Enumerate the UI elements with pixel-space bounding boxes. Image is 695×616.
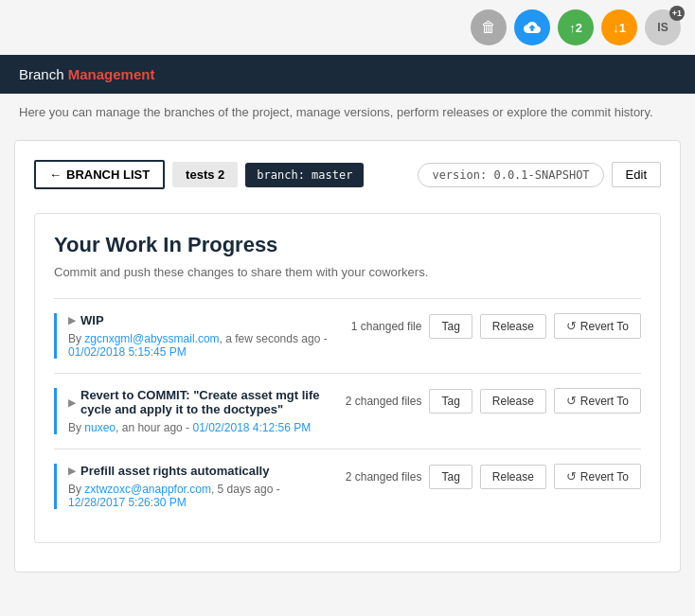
- top-toolbar: 🗑 ↑2 ↓1 IS +1: [0, 0, 695, 55]
- changed-files-3: 2 changed files: [346, 470, 422, 484]
- commit-row-2: Revert to COMMIT: "Create asset mgt life…: [54, 373, 641, 449]
- branch-list-button[interactable]: BRANCH LIST: [34, 160, 165, 189]
- user-button[interactable]: IS +1: [645, 9, 681, 45]
- release-button-1[interactable]: Release: [480, 314, 546, 339]
- main-card: BRANCH LIST tests 2 branch: master versi…: [14, 140, 681, 572]
- revert-icon-2: ↺: [566, 394, 577, 408]
- revert-label-3: Revert To: [580, 470, 629, 484]
- commit-title-3[interactable]: Prefill asset rights automatically: [68, 464, 331, 478]
- branch-code: branch: master: [245, 163, 364, 187]
- nav-row: BRANCH LIST tests 2 branch: master versi…: [34, 160, 661, 189]
- edit-button[interactable]: Edit: [612, 162, 661, 187]
- version-info: version: 0.0.1-SNAPSHOT Edit: [418, 162, 661, 187]
- down-count-label: ↓1: [613, 21, 626, 35]
- revert-button-1[interactable]: ↺ Revert To: [554, 313, 641, 339]
- commit-time-2: an hour ago: [122, 421, 183, 434]
- tag-button-1[interactable]: Tag: [429, 314, 472, 339]
- commit-left-1: WIP By zgcnxgml@abyssmail.com, a few sec…: [54, 313, 337, 359]
- upload-button[interactable]: [514, 9, 550, 45]
- commit-actions-2: 2 changed files Tag Release ↺ Revert To: [346, 388, 641, 414]
- wip-section: Your Work In Progress Commit and push th…: [34, 213, 661, 543]
- release-button-2[interactable]: Release: [480, 389, 546, 414]
- commit-author-3[interactable]: zxtwzoxc@anappfor.com: [84, 483, 211, 496]
- trash-button[interactable]: 🗑: [471, 9, 507, 45]
- revert-label-2: Revert To: [580, 395, 629, 408]
- up-count-label: ↑2: [569, 21, 582, 35]
- header-title-highlight: Management: [68, 66, 155, 82]
- wip-subtitle: Commit and push these changes to share t…: [54, 265, 641, 279]
- release-button-3[interactable]: Release: [480, 465, 546, 489]
- branch-list-label: BRANCH LIST: [66, 167, 150, 182]
- branch-display-name: tests 2: [172, 162, 238, 187]
- commit-row-3: Prefill asset rights automatically By zx…: [54, 449, 641, 523]
- commit-meta-3: By zxtwzoxc@anappfor.com, 5 days ago - 1…: [68, 483, 331, 509]
- revert-button-3[interactable]: ↺ Revert To: [554, 464, 641, 489]
- commit-time-1: a few seconds ago: [225, 332, 320, 345]
- commit-actions-1: 1 changed file Tag Release ↺ Revert To: [351, 313, 641, 339]
- commit-meta-2: By nuxeo, an hour ago - 01/02/2018 4:12:…: [68, 421, 331, 434]
- commit-time-3: 5 days ago: [218, 483, 274, 496]
- upload-icon: [524, 19, 541, 36]
- revert-button-2[interactable]: ↺ Revert To: [554, 388, 641, 414]
- tag-button-3[interactable]: Tag: [429, 465, 472, 489]
- commit-row: WIP By zgcnxgml@abyssmail.com, a few sec…: [54, 298, 641, 373]
- commit-title-2[interactable]: Revert to COMMIT: "Create asset mgt life…: [68, 388, 331, 416]
- revert-icon-1: ↺: [566, 319, 577, 333]
- wip-title: Your Work In Progress: [54, 233, 641, 257]
- tag-button-2[interactable]: Tag: [429, 389, 472, 414]
- commit-date-2[interactable]: 01/02/2018 4:12:56 PM: [192, 421, 311, 434]
- up-count-button[interactable]: ↑2: [558, 9, 594, 45]
- changed-files-2: 2 changed files: [346, 395, 422, 408]
- page-description: Here you can manage the branches of the …: [0, 94, 695, 131]
- revert-icon-3: ↺: [566, 469, 577, 484]
- commit-date-1[interactable]: 01/02/2018 5:15:45 PM: [68, 345, 187, 359]
- commit-left-3: Prefill asset rights automatically By zx…: [54, 464, 331, 509]
- commit-author-1[interactable]: zgcnxgml@abyssmail.com: [84, 332, 219, 345]
- changed-files-1: 1 changed file: [351, 320, 422, 333]
- commit-actions-3: 2 changed files Tag Release ↺ Revert To: [346, 464, 641, 489]
- version-badge: version: 0.0.1-SNAPSHOT: [418, 163, 603, 187]
- down-count-button[interactable]: ↓1: [601, 9, 637, 45]
- commit-meta-1: By zgcnxgml@abyssmail.com, a few seconds…: [68, 332, 337, 359]
- revert-label-1: Revert To: [580, 320, 629, 333]
- user-badge: +1: [669, 6, 685, 21]
- commit-date-3[interactable]: 12/28/2017 5:26:30 PM: [68, 496, 187, 509]
- commit-author-2[interactable]: nuxeo: [84, 421, 116, 434]
- user-initials: IS: [657, 21, 668, 34]
- commit-left-2: Revert to COMMIT: "Create asset mgt life…: [54, 388, 331, 434]
- header-bar: Branch Management: [0, 55, 695, 94]
- commit-title-1[interactable]: WIP: [68, 313, 337, 327]
